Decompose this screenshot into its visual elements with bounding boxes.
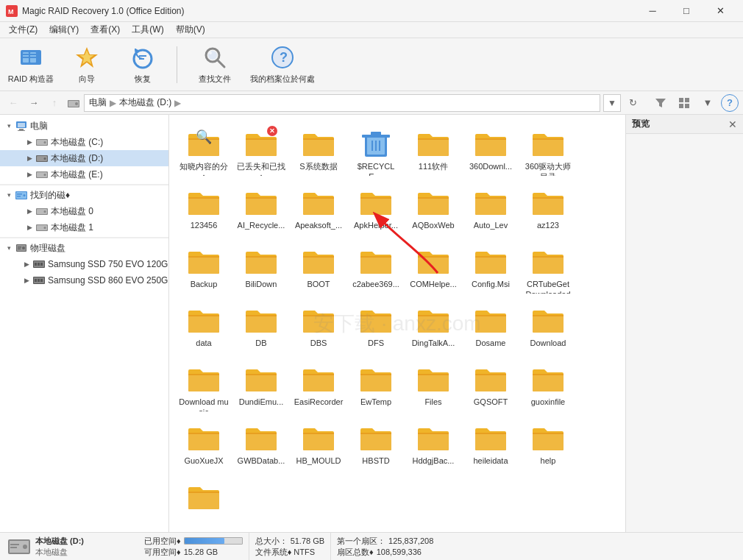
menu-view[interactable]: 查看(X): [85, 22, 126, 38]
file-icon: [301, 244, 336, 279]
list-item[interactable]: az123: [519, 180, 577, 238]
list-item[interactable]: HddgjBac...: [405, 415, 462, 474]
file-label: help: [523, 456, 573, 466]
list-item[interactable]: DB: [232, 297, 290, 356]
svg-rect-28: [18, 123, 25, 127]
menu-tools[interactable]: 工具(W): [126, 22, 169, 38]
list-item[interactable]: HB_MOULD: [290, 415, 347, 474]
file-label: GuoXueJX: [179, 456, 229, 466]
list-item[interactable]: help: [519, 415, 577, 474]
list-item[interactable]: COMHelpe...: [405, 238, 462, 297]
address-refresh-button[interactable]: ↻: [624, 94, 641, 112]
file-label: Apeaksoft_...: [294, 220, 344, 230]
sidebar-item-c-drive[interactable]: ▶ 本地磁盘 (C:): [0, 134, 168, 150]
list-item[interactable]: GuoXueJX: [175, 415, 232, 474]
list-item[interactable]: DingTalkA...: [405, 297, 462, 356]
sort-button[interactable]: ▼: [697, 94, 718, 112]
list-item[interactable]: BiliDown: [232, 238, 290, 297]
list-item[interactable]: CRTubeGet Downloaded: [519, 238, 577, 297]
svg-rect-29: [19, 129, 24, 130]
address-dropdown-button[interactable]: ▼: [603, 94, 621, 112]
preview-close-button[interactable]: ✕: [728, 118, 737, 130]
list-item[interactable]: GQSOFT: [462, 356, 519, 415]
list-item[interactable]: guoxinfile: [519, 356, 577, 415]
list-item[interactable]: Files: [405, 356, 462, 415]
file-label: HB_MOULD: [294, 456, 344, 466]
list-item[interactable]: Backup: [175, 238, 232, 297]
list-item[interactable]: 360驱动大师目录: [519, 121, 577, 180]
menu-file[interactable]: 文件(Z): [3, 22, 43, 38]
svg-rect-8: [30, 57, 36, 58]
sidebar-item-d-drive[interactable]: ▶ 本地磁盘 (D:): [0, 150, 168, 166]
list-item[interactable]: 360Downl...: [462, 121, 519, 180]
list-item[interactable]: HBSTD: [347, 415, 405, 474]
list-item[interactable]: EasiRecorder: [290, 356, 347, 415]
list-item[interactable]: Dosame: [462, 297, 519, 356]
sidebar-item-physical[interactable]: ▾ 物理磁盘: [0, 240, 168, 256]
list-item[interactable]: Download: [519, 297, 577, 356]
close-button[interactable]: ✕: [703, 0, 737, 22]
sidebar-item-computer[interactable]: ▾ 电脑: [0, 118, 168, 134]
list-item[interactable]: AQBoxWeb: [405, 180, 462, 238]
list-item[interactable]: EwTemp: [347, 356, 405, 415]
svg-rect-63: [35, 279, 37, 282]
sidebar-item-found[interactable]: ▾ 找到的磁♦: [0, 187, 168, 203]
maximize-button[interactable]: □: [669, 0, 703, 22]
list-item[interactable]: AI_Recycle...: [232, 180, 290, 238]
list-item[interactable]: data: [175, 297, 232, 356]
svg-rect-55: [18, 249, 21, 250]
list-item[interactable]: 123456: [175, 180, 232, 238]
list-item[interactable]: Apeaksoft_...: [290, 180, 347, 238]
nav-forward-button[interactable]: →: [25, 94, 43, 112]
file-icon: [358, 126, 394, 161]
list-item[interactable]: DBS: [290, 297, 347, 356]
file-icon: [473, 361, 508, 397]
list-item[interactable]: 111软件: [405, 121, 462, 180]
menu-help[interactable]: 帮助(V): [170, 22, 211, 38]
list-item[interactable]: ApkHelper...: [347, 180, 405, 238]
list-item[interactable]: 🔍 知晓内容的分♦: [175, 121, 232, 180]
nav-up-button[interactable]: ↑: [46, 94, 63, 112]
list-item[interactable]: GWBDatab...: [232, 415, 290, 474]
svg-rect-65: [40, 279, 43, 282]
file-area[interactable]: 安下载 · anxz.com 🔍: [169, 115, 625, 532]
status-sector1-value: 125,837,208: [388, 536, 433, 545]
nav-back-button[interactable]: ←: [4, 94, 22, 112]
filter-button[interactable]: [650, 94, 671, 112]
ssd750-label: Samsung SSD 750 EVO 120GB: [48, 259, 169, 269]
sidebar-item-ssd860[interactable]: ▶ Samsung SSD 860 EVO 250GB: [0, 272, 168, 288]
list-item[interactable]: [175, 474, 232, 532]
list-item[interactable]: DFS: [347, 297, 405, 356]
list-item[interactable]: DundiEmu...: [232, 356, 290, 415]
sidebar-item-disk1[interactable]: ▶ 本地磁盘 1: [0, 219, 168, 235]
menu-edit[interactable]: 编辑(Y): [43, 22, 85, 38]
list-item[interactable]: c2abee369...: [347, 238, 405, 297]
list-item[interactable]: Download music: [175, 356, 232, 415]
toolbar-where-button[interactable]: ? 我的档案位於何處: [249, 42, 316, 88]
list-item[interactable]: BOOT: [290, 238, 347, 297]
help-button[interactable]: ?: [721, 94, 739, 112]
list-item[interactable]: ✕ 已丢失和已找♦: [232, 121, 290, 180]
list-item[interactable]: Auto_Lev: [462, 180, 519, 238]
address-path[interactable]: 电脑 ▶ 本地磁盘 (D:) ▶: [84, 94, 600, 112]
expand-physical: ▾: [3, 242, 15, 254]
file-icon: [243, 361, 279, 397]
minimize-button[interactable]: ─: [636, 0, 669, 22]
toolbar-restore-button[interactable]: 恢复: [118, 42, 168, 88]
list-item[interactable]: $RECYCLE....: [347, 121, 405, 180]
list-item[interactable]: Config.Msi: [462, 238, 519, 297]
sidebar-item-ssd750[interactable]: ▶ Samsung SSD 750 EVO 120GB: [0, 256, 168, 272]
toolbar-wizard-button[interactable]: 向导: [62, 42, 112, 88]
sidebar-item-disk0[interactable]: ▶ 本地磁盘 0: [0, 203, 168, 219]
toolbar-raid-button[interactable]: RAID 构造器: [6, 42, 56, 88]
found-icon: [15, 188, 28, 202]
c-drive-icon: [35, 135, 49, 149]
toolbar-find-button[interactable]: 查找文件: [186, 42, 243, 88]
list-item[interactable]: heileidata: [462, 415, 519, 474]
list-item[interactable]: S系统数据: [290, 121, 347, 180]
sidebar-item-e-drive[interactable]: ▶ 本地磁盘 (E:): [0, 166, 168, 182]
preview-scroll[interactable]: [626, 134, 743, 532]
svg-line-15: [218, 60, 224, 67]
file-icon: [416, 244, 451, 279]
view-toggle-button[interactable]: [674, 94, 694, 112]
